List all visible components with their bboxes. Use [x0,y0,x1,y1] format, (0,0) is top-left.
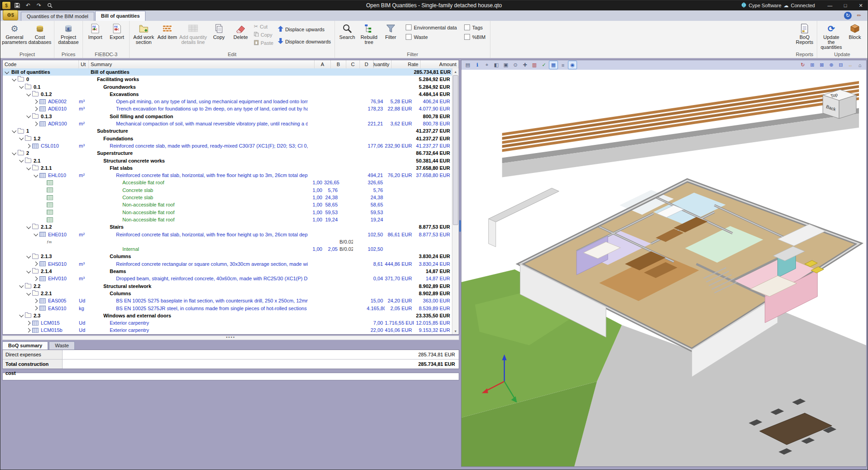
table-row[interactable]: Internal1,002,05B/0.02102,50 [3,245,452,253]
percent-bim-checkbox[interactable]: %BIM [464,34,485,40]
collapse-chevron-icon[interactable] [19,313,24,317]
expand-chevron-icon[interactable] [34,262,38,266]
table-row[interactable]: 2.2Structural steelwork8.902,89 EUR [3,283,452,290]
table-row[interactable]: Concrete slab1,0024,3824,38 [3,194,452,201]
collapse-chevron-icon[interactable] [19,84,24,89]
home-icon[interactable]: ⌂ [855,61,864,69]
table-row[interactable]: Non-accessible flat roof1,0058,6558,65 [3,201,452,208]
check-grid-icon[interactable]: ✓ [539,61,548,69]
import-button[interactable]: FIEBDC Import [85,22,106,41]
table-row[interactable]: ADE002m³Open-pit mining, on any type of … [3,98,452,105]
table-row[interactable]: ADE010m³Trench excavation for foundation… [3,105,452,112]
3d-viewport[interactable]: Top Back [461,70,866,466]
maximize-button[interactable]: □ [839,0,852,10]
flip-pages-icon[interactable]: ▤ [463,61,472,69]
expand-chevron-icon[interactable] [34,121,38,126]
collapse-chevron-icon[interactable] [26,269,31,273]
table-row[interactable]: Non-accessible flat roof1,0019,2419,24 [3,216,452,223]
table-row[interactable]: 2.1.3Columns3.830,24 EUR [3,253,452,260]
expand-chevron-icon[interactable] [34,306,38,311]
table-scrollbar[interactable]: ▲ ▼ [452,68,459,334]
shield-icon[interactable]: ◧ [492,61,501,69]
table-row[interactable]: ADR100m²Mechanical compaction of soil, w… [3,120,452,127]
eye-icon[interactable]: ◉ [568,61,577,69]
grid-icon[interactable]: ▦ [549,61,558,69]
scroll-up-arrow-icon[interactable]: ▲ [452,68,459,75]
table-row[interactable]: 2.2.1Columns8.902,89 EUR [3,290,452,297]
table-row[interactable]: 2.1.4Beams14,87 EUR [3,268,452,275]
column-header-amount[interactable]: Amount [421,60,459,68]
table-row[interactable]: LCM015bUdExterior carpentry22,00416,06 E… [3,326,452,334]
collapse-chevron-icon[interactable] [26,91,31,96]
column-header-b[interactable]: B [331,60,346,68]
general-parameters-button[interactable]: ⚙ General parameters [2,22,27,46]
displace-upwards-button[interactable]: Displace upwards [276,25,333,33]
zoom-in-icon[interactable]: ⊕ [827,61,836,69]
collapse-chevron-icon[interactable] [19,158,24,163]
table-row[interactable]: 2.1.1Flat slabs37.658,80 EUR [3,164,452,172]
collapse-chevron-icon[interactable] [26,165,31,170]
column-header-code[interactable]: Code [3,60,79,68]
table-row[interactable]: 0.1.2Excavations4.484,14 EUR [3,91,452,98]
update-quantities-button[interactable]: ⟳ Update the quantities [819,22,844,51]
collapse-chevron-icon[interactable] [19,283,24,288]
redo-icon[interactable]: ↷ [35,2,43,9]
collapse-chevron-icon[interactable] [26,254,31,259]
column-header-ut[interactable]: Ut [79,60,89,68]
expand-chevron-icon[interactable] [34,107,38,111]
export-button[interactable]: FIEBDC Export [107,22,127,41]
table-row[interactable]: 2.3Windows and external doors23.335,50 E… [3,312,452,319]
minimize-button[interactable]: — [823,0,837,10]
tab-bim-model-quantities[interactable]: Quantities of the BIM model [21,12,94,21]
project-database-button[interactable]: € Project database [56,22,81,46]
table-row[interactable]: EHL010m²Reinforced concrete flat slab, h… [3,172,452,179]
table-row[interactable]: EAS005UdBS EN 10025 S275 baseplate in fl… [3,297,452,304]
expand-chevron-icon[interactable] [26,144,31,148]
panel-splitter-handle[interactable]: •••• [2,336,459,340]
orbit-icon[interactable]: ↻ [798,61,807,69]
collapse-chevron-icon[interactable] [5,69,9,74]
expand-chevron-icon[interactable] [26,328,31,333]
collapse-chevron-icon[interactable] [26,225,31,229]
column-header-d[interactable]: D [360,60,373,68]
environmental-data-checkbox[interactable]: Environmental data [406,24,457,30]
ifc-book-icon[interactable]: ▥ [530,61,539,69]
table-row[interactable]: EHS010m³Reinforced concrete rectangular … [3,260,452,268]
collapse-chevron-icon[interactable] [12,151,16,155]
column-header-summary[interactable]: Summary [89,60,315,68]
displace-downwards-button[interactable]: Displace downwards [276,38,333,45]
axes-icon[interactable]: ✚ [520,61,529,69]
zoom-window-icon[interactable]: ⊞ [808,61,817,69]
expand-chevron-icon[interactable] [34,298,38,303]
tags-checkbox[interactable]: Tags [464,24,485,30]
collapse-chevron-icon[interactable] [34,173,38,177]
waste-checkbox[interactable]: Waste [406,34,457,40]
pan-icon[interactable]: ⇔ [846,61,855,69]
table-row[interactable]: 2Superstructure86.732,64 EUR [3,149,452,157]
block-button[interactable]: Block [844,22,865,41]
zoom-tool-icon[interactable] [46,2,54,9]
table-row[interactable]: ƒmB/0.02 [3,238,452,245]
collapse-chevron-icon[interactable] [12,77,16,82]
table-row[interactable]: 0.1Groundworks5.284,92 EUR [3,83,452,91]
plumb-line-icon[interactable]: ⌖ [482,61,491,69]
tab-waste[interactable]: Waste [49,341,75,350]
collapse-chevron-icon[interactable] [19,136,24,140]
table-row[interactable]: EHV010m³Dropped beam, straight, reinforc… [3,275,452,282]
table-row[interactable]: 2.1.2Stairs8.877,53 EUR [3,223,452,230]
sync-sphere-icon[interactable]: ↻ [844,12,852,19]
table-row[interactable]: Concrete slab1,005,765,76 [3,187,452,194]
brush-icon[interactable]: ✎ [853,10,864,21]
column-header-c[interactable]: C [346,60,360,68]
collapse-chevron-icon[interactable] [34,232,38,236]
delete-button[interactable]: Delete [230,22,251,41]
scroll-down-arrow-icon[interactable]: ▼ [452,328,459,334]
expand-chevron-icon[interactable] [26,321,31,325]
copy-button[interactable]: Copy [209,22,229,41]
add-item-button[interactable]: Add item [157,22,178,41]
collapse-chevron-icon[interactable] [26,114,31,118]
cost-databases-button[interactable]: Cost databases [28,22,52,46]
add-work-section-button[interactable]: Add work section [131,22,156,46]
undo-icon[interactable]: ↶ [24,2,32,9]
table-row[interactable]: Accessible flat roof1,00326,65326,65 [3,179,452,186]
